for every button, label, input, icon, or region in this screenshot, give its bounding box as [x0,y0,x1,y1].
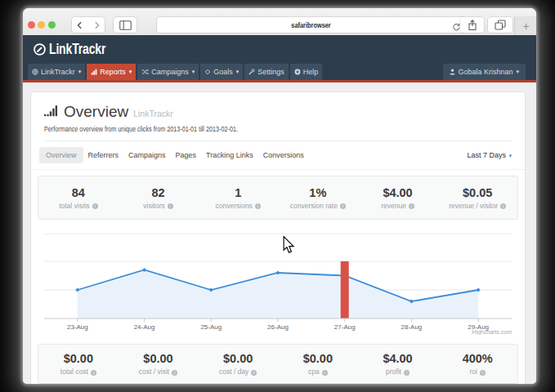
caret-down-icon: ▾ [192,69,195,75]
forward-button[interactable] [88,17,105,33]
zoom-window-button[interactable] [48,21,56,29]
user-name: Gobala Krishnan [458,68,512,76]
info-icon[interactable]: i [480,370,486,376]
chart-separator [44,234,512,234]
chevron-right-icon [92,21,101,29]
site-nav: LinkTrackr▾Reports▾Campaigns▾Goals▾Setti… [23,64,536,80]
bar-chart-icon [91,69,97,75]
stat-label: total costi [38,368,119,376]
address-bar-text: safaribrowser [157,17,466,33]
linktrackr-logo-icon [33,42,47,56]
nav-item-label: Help [303,68,319,76]
tab-conversions[interactable]: Conversions [258,147,309,163]
browser-window: safaribrowser + LinkTrackr LinkTrackr▾Re… [23,8,536,384]
stat-value: 1% [278,186,358,199]
stat-roi: 400%roii [437,352,517,376]
diamond-icon [204,69,211,75]
stat-label: visitorsi [119,202,199,210]
info-icon[interactable]: i [168,203,173,209]
nav-item-label: LinkTrackr [41,68,75,76]
stat-label: cost / visiti [119,368,199,376]
globe-icon [32,69,38,75]
info-icon[interactable]: i [91,370,96,376]
svg-text:28-Aug: 28-Aug [401,323,423,331]
stat-value: 400% [437,352,517,365]
shuffle-icon [141,69,149,75]
overview-panel: Overview LinkTrackr Performance overview… [30,91,526,384]
page-content: Overview LinkTrackr Performance overview… [23,82,536,384]
title-block: Overview LinkTrackr Performance overview… [31,92,525,141]
stat-label: revenuei [358,202,438,210]
info-icon[interactable]: i [409,203,414,209]
stat-label: conversionsi [198,202,278,210]
linktrackr-logo[interactable]: LinkTrackr [33,41,120,58]
info-icon[interactable]: i [340,203,346,209]
stat-value: $4.00 [358,352,438,365]
address-bar[interactable]: safaribrowser [157,17,466,33]
nav-item-help[interactable]: Help [290,64,323,80]
caret-down-icon: ▾ [508,153,512,158]
info-icon[interactable]: i [255,203,261,209]
tab-overview[interactable]: Overview [39,147,83,163]
stat-label: conversion ratei [278,202,358,210]
tab-tracking-links[interactable]: Tracking Links [201,147,258,163]
sidebar-toggle-button[interactable] [114,17,137,33]
info-icon[interactable]: i [172,370,177,376]
stat-cost-visit: $0.00cost / visiti [119,352,199,376]
caret-down-icon: ▾ [236,69,239,75]
nav-item-campaigns[interactable]: Campaigns▾ [137,64,199,80]
nav-item-linktrackr[interactable]: LinkTrackr▾ [28,64,85,80]
stat-value: $0.05 [437,186,517,199]
user-menu[interactable]: Gobala Krishnan▾ [443,64,526,80]
stat-value: 1 [198,186,278,199]
wrench-icon [248,69,255,75]
minimize-window-button[interactable] [38,21,45,29]
share-button[interactable] [460,17,484,33]
page-title: Overview [64,103,128,121]
date-range-selector[interactable]: Last 7 Days ▾ [467,151,512,159]
nav-item-goals[interactable]: Goals▾ [200,64,243,80]
stat-revenue-visitor: $0.05revenue / visitori [437,186,517,210]
nav-item-label: Campaigns [151,68,189,76]
tab-campaigns[interactable]: Campaigns [123,147,171,163]
info-icon[interactable]: i [92,203,98,209]
plus-circle-icon [294,69,301,75]
nav-item-settings[interactable]: Settings [244,64,289,80]
stat-visitors: 82visitorsi [119,186,199,210]
chevron-left-icon [76,21,84,29]
stats-bottom-band: $0.00total costi$0.00cost / visiti$0.00c… [38,344,518,384]
stat-profit: $4.00profiti [358,352,438,376]
show-tabs-button[interactable] [488,17,512,33]
caret-down-icon: ▾ [129,69,132,75]
close-window-button[interactable] [28,21,35,29]
stat-total-cost: $0.00total costi [38,352,119,376]
svg-text:26-Aug: 26-Aug [267,323,289,331]
stats-top-band: 84total visitsi82visitorsi1conversionsi1… [38,176,518,220]
info-icon[interactable]: i [500,203,506,209]
user-icon [450,69,455,75]
svg-text:25-Aug: 25-Aug [200,323,222,331]
range-label: Last 7 Days [467,151,506,159]
new-tab-button[interactable]: + [514,16,536,35]
stat-label: roii [437,368,517,376]
page-description: Performance overview from unique clicks … [44,125,512,134]
nav-item-reports[interactable]: Reports▾ [87,64,136,80]
back-button[interactable] [72,17,88,33]
nav-item-label: Reports [100,68,126,76]
tab-referrers[interactable]: Referrers [83,147,124,163]
history-nav-buttons [72,17,105,33]
svg-text:24-Aug: 24-Aug [134,323,155,331]
info-icon[interactable]: i [322,370,328,376]
svg-text:27-Aug: 27-Aug [334,323,356,331]
stat-value: 84 [38,186,119,199]
info-icon[interactable]: i [404,370,410,376]
info-icon[interactable]: i [251,370,257,376]
tab-pages[interactable]: Pages [171,147,202,163]
stat-label: cpai [278,368,358,376]
stat-value: $0.00 [119,352,199,365]
page-title-suffix: LinkTrackr [133,109,173,118]
stat-value: $0.00 [38,352,119,365]
sidebar-icon [119,20,132,30]
stat-cpa: $0.00cpai [278,352,358,376]
stat-total-visits: 84total visitsi [38,186,119,210]
